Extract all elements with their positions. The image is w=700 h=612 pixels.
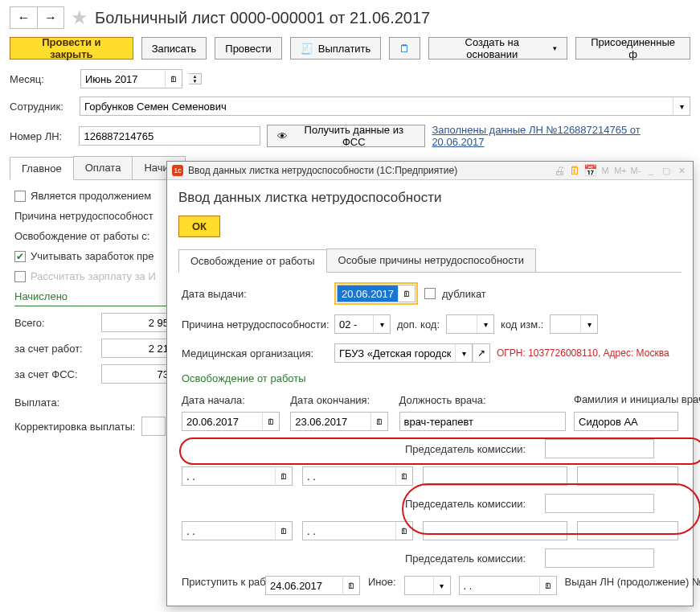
changecode-dropdown[interactable]: ▾ <box>580 314 598 334</box>
ln-input[interactable] <box>79 126 260 146</box>
attached-files-button[interactable]: Присоединенные ф <box>575 37 690 60</box>
month-down[interactable]: ▼ <box>189 79 201 84</box>
highlight-oval-2 <box>402 483 700 535</box>
chair-label-3: Председатель комиссии: <box>405 552 540 565</box>
app-icon: 1c <box>172 165 183 176</box>
total-input[interactable] <box>101 313 174 332</box>
row2-start-picker[interactable]: 🗓 <box>275 466 293 486</box>
return-date-input[interactable] <box>265 576 342 595</box>
highlight-oval-1 <box>179 437 700 465</box>
fss-part-input[interactable] <box>101 364 174 384</box>
row2-end-picker[interactable]: 🗓 <box>395 466 413 486</box>
row3-start[interactable] <box>182 521 275 540</box>
row2-start[interactable] <box>182 466 275 486</box>
save-button[interactable]: Записать <box>141 37 207 60</box>
changecode-label: код изм.: <box>501 318 543 331</box>
m-button[interactable]: M <box>599 164 612 177</box>
reason-select[interactable] <box>334 314 373 334</box>
row3-start-picker[interactable]: 🗓 <box>275 521 293 540</box>
employer-input[interactable] <box>101 339 174 358</box>
dialog-window-title: Ввод данных листка нетрудоспособности (1… <box>188 165 457 176</box>
medorg-dropdown[interactable]: ▾ <box>455 343 473 363</box>
start-date-input[interactable] <box>182 412 262 431</box>
duplicate-label: дубликат <box>442 288 486 300</box>
calendar-icon[interactable]: 🗓 <box>568 164 581 177</box>
other-dropdown[interactable]: ▾ <box>433 576 451 595</box>
issue-date-label: Дата выдачи: <box>182 288 328 300</box>
mminus-button[interactable]: M- <box>629 164 642 177</box>
star-icon[interactable]: ★ <box>71 6 88 29</box>
total-label: Всего: <box>14 317 95 329</box>
modal-reason-label: Причина нетрудоспособности: <box>182 318 328 331</box>
ogrn-text: ОГРН: 1037726008110, Адрес: Москва <box>497 347 669 359</box>
addcode-select[interactable] <box>446 314 477 334</box>
issued-ln-label: Выдан ЛН (продолжение) №: <box>565 576 653 589</box>
pay-icon: 🧾 <box>301 43 313 55</box>
month-picker-button[interactable]: 🗓 <box>165 69 182 88</box>
reason-dropdown[interactable]: ▾ <box>373 314 391 334</box>
forward-button[interactable]: → <box>37 6 64 29</box>
leave-section-title: Освобождение от работы <box>182 372 678 388</box>
month-input[interactable] <box>80 69 165 88</box>
count-earn-checkbox[interactable] <box>14 251 26 262</box>
addcode-dropdown[interactable]: ▾ <box>477 314 494 334</box>
medorg-open[interactable]: ↗ <box>473 343 490 363</box>
end-date-picker[interactable]: 🗓 <box>370 412 388 431</box>
calc-salary-checkbox <box>14 271 26 282</box>
continuation-checkbox[interactable] <box>14 191 26 202</box>
dialog-title: Ввод данных листка нетрудоспособности <box>178 190 682 206</box>
position-label: Должность врача: <box>399 394 566 409</box>
medorg-label: Медицинская организация: <box>182 347 328 359</box>
position-input[interactable] <box>399 412 566 431</box>
submit-close-button[interactable]: Провести и закрыть <box>10 37 133 60</box>
report-icon: 🗒 <box>399 43 410 55</box>
employee-label: Сотрудник: <box>10 101 73 113</box>
continuation-label: Является продолжением <box>31 190 151 202</box>
minimize-button[interactable]: _ <box>645 164 657 177</box>
fss-link[interactable]: Заполнены данные ЛН №126887214765 от 20.… <box>432 124 690 148</box>
tab-main[interactable]: Главное <box>10 157 74 180</box>
return-date-picker[interactable]: 🗓 <box>342 576 360 595</box>
row3-end[interactable] <box>302 521 395 540</box>
doctor-name-input[interactable] <box>574 412 678 431</box>
chair-name-3[interactable] <box>545 548 654 568</box>
pay-button[interactable]: 🧾Выплатить <box>290 37 382 60</box>
fss-get-button[interactable]: 👁Получить данные из ФСС <box>267 125 425 147</box>
issue-date-input[interactable] <box>337 285 398 302</box>
other-date[interactable] <box>459 576 539 595</box>
start-date-picker[interactable]: 🗓 <box>262 412 280 431</box>
modal-tab-leave[interactable]: Освобождение от работы <box>178 249 327 273</box>
print-icon[interactable]: 🖨 <box>553 164 566 177</box>
date-icon[interactable]: 📅 <box>583 164 596 177</box>
issue-date-picker[interactable]: 🗓 <box>398 285 415 302</box>
maximize-button[interactable]: ▢ <box>660 164 673 177</box>
close-button[interactable]: ✕ <box>675 164 688 177</box>
correction-input[interactable] <box>141 417 166 436</box>
row2-end[interactable] <box>302 466 395 486</box>
dialog-ln-data: 1c Ввод данных листка нетрудоспособности… <box>166 161 694 606</box>
return-label: Приступить к работе с: <box>182 576 257 589</box>
payment-label: Выплата: <box>14 396 59 409</box>
employee-input[interactable] <box>80 97 673 116</box>
leave-from-label: Освобождение от работы с: <box>14 230 149 242</box>
calc-salary-label: Рассчитать зарплату за И <box>31 270 156 282</box>
ln-label: Номер ЛН: <box>10 130 72 142</box>
report-button[interactable]: 🗒 <box>389 37 420 60</box>
create-based-button[interactable]: Создать на основании <box>428 37 567 60</box>
tab-pay[interactable]: Оплата <box>73 156 133 179</box>
mplus-button[interactable]: M+ <box>614 164 627 177</box>
addcode-label: доп. код: <box>397 318 440 331</box>
employee-dropdown[interactable]: ▾ <box>673 97 690 116</box>
month-label: Месяц: <box>10 73 74 85</box>
end-date-input[interactable] <box>290 412 370 431</box>
ok-button[interactable]: ОК <box>178 216 220 237</box>
other-date-picker[interactable]: 🗓 <box>539 576 557 595</box>
modal-tab-special[interactable]: Особые причины нетрудоспособности <box>326 248 536 272</box>
back-button[interactable]: ← <box>10 6 37 29</box>
medorg-input[interactable] <box>334 343 455 363</box>
duplicate-checkbox[interactable] <box>424 288 436 299</box>
correction-label: Корректировка выплаты: <box>14 421 135 433</box>
submit-button[interactable]: Провести <box>215 37 282 60</box>
changecode-select[interactable] <box>550 314 580 334</box>
other-select[interactable] <box>404 576 433 595</box>
